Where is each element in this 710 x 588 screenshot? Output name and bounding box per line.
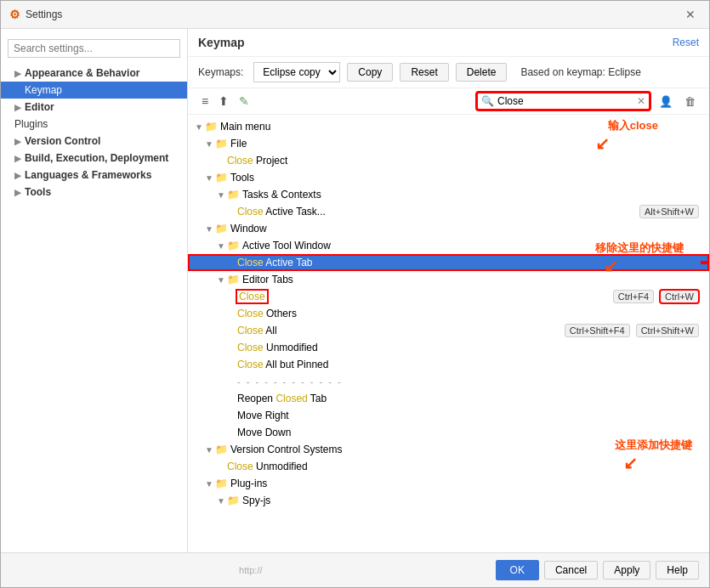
reset-link[interactable]: Reset	[673, 37, 699, 48]
sidebar-item-label: Build, Execution, Deployment	[25, 152, 168, 164]
folder-icon: 📁	[205, 121, 218, 133]
separator: - - - - - - - - - - - -	[237, 376, 343, 387]
tree-row[interactable]: Move Down	[188, 424, 709, 441]
tree-label: Editor Tabs	[242, 274, 293, 286]
folder-icon: 📁	[227, 495, 240, 506]
ok-button[interactable]: OK	[496, 560, 539, 580]
tree-label: File	[230, 138, 247, 150]
tree-label: Reopen Closed Tab	[237, 393, 327, 404]
tree-row[interactable]: ▼ 📁 Main menu	[188, 118, 709, 135]
tree-label: Main menu	[220, 121, 270, 133]
collapse-all-icon[interactable]: ⬆	[215, 93, 232, 110]
sidebar-item-label: Editor	[25, 101, 54, 113]
tree-row[interactable]: Close Active Task... Alt+Shift+W	[188, 203, 709, 220]
sidebar-item-label: Keymap	[25, 84, 62, 96]
tree-row[interactable]: ▼ 📁 Plug-ins	[188, 475, 709, 492]
sidebar-search-box[interactable]	[8, 39, 180, 58]
bottom-bar: http:// OK Cancel Apply Help	[1, 552, 709, 587]
main-panel: Keymap Reset Keymaps: Eclipse copy Copy …	[188, 29, 709, 552]
arrow-icon: ▼	[205, 139, 215, 149]
folder-icon: 📁	[215, 138, 228, 150]
sidebar-item-tools[interactable]: ▶ Tools	[1, 184, 187, 201]
sidebar-item-label: Plugins	[14, 118, 48, 130]
shortcut-badges: Alt+Shift+W	[639, 205, 709, 218]
tree-row[interactable]: ▼ 📁 Version Control Systems	[188, 441, 709, 458]
settings-window: ⚙ Settings ✕ ▶ Appearance & Behavior Key…	[0, 0, 710, 588]
sidebar-item-editor[interactable]: ▶ Editor	[1, 99, 187, 116]
tree-label: Close Unmodified	[237, 342, 318, 353]
sidebar-item-plugins[interactable]: Plugins	[1, 116, 187, 133]
tree-row[interactable]: ▼ 📁 Tools	[188, 169, 709, 186]
delete-button[interactable]: Delete	[456, 63, 508, 82]
arrow-icon: ▶	[14, 103, 21, 112]
toolbar-search-row: ≡ ⬆ ✎ 🔍 ✕ 👤 🗑	[188, 88, 709, 115]
folder-icon: 📁	[215, 223, 228, 235]
tree-row[interactable]: Close Unmodified	[188, 339, 709, 356]
watermark: http://	[11, 565, 491, 575]
tree-row[interactable]: ▼ 📁 Editor Tabs	[188, 271, 709, 288]
tree-row[interactable]: ▼ 📁 Spy-js	[188, 492, 709, 509]
keymaps-label: Keymaps:	[198, 66, 243, 78]
trash-icon[interactable]: 🗑	[681, 93, 699, 110]
tree-label: Move Right	[237, 410, 289, 421]
tree-label: Move Down	[237, 427, 291, 438]
tree-highlight: Close	[227, 155, 253, 167]
window-title: Settings	[26, 8, 62, 20]
copy-button[interactable]: Copy	[347, 63, 393, 82]
shortcut-badges: Ctrl+Shift+F4 Ctrl+Shift+W	[565, 324, 709, 337]
tree-row[interactable]: ▼ 📁 Active Tool Window	[188, 237, 709, 254]
sidebar-search-input[interactable]	[8, 39, 180, 58]
reset-button[interactable]: Reset	[400, 63, 448, 82]
arrow-icon: ▼	[217, 190, 227, 200]
tree-row[interactable]: Reopen Closed Tab	[188, 390, 709, 407]
tree-row[interactable]: Close Project	[188, 152, 709, 169]
title-bar-left: ⚙ Settings	[9, 8, 62, 21]
arrow-icon: ▼	[205, 445, 215, 455]
tree-row[interactable]: ▼ 📁 Tasks & Contexts	[188, 186, 709, 203]
user-icon[interactable]: 👤	[656, 93, 676, 110]
shortcut-badge: Alt+Shift+W	[639, 205, 699, 218]
sidebar: ▶ Appearance & Behavior Keymap ▶ Editor …	[1, 29, 188, 552]
tree-row[interactable]: Close Others	[188, 305, 709, 322]
expand-all-icon[interactable]: ≡	[198, 93, 212, 110]
tree-row[interactable]: Close All but Pinned	[188, 356, 709, 373]
tree-area: ▼ 📁 Main menu ▼ 📁 File Close Project ▼	[188, 115, 709, 552]
tree-row[interactable]: ▼ 📁 Window	[188, 220, 709, 237]
sidebar-item-build[interactable]: ▶ Build, Execution, Deployment	[1, 150, 187, 167]
tree-label: Close Others	[237, 308, 297, 319]
tree-row-close[interactable]: Close Ctrl+F4 Ctrl+W	[188, 288, 709, 305]
sidebar-item-version-control[interactable]: ▶ Version Control	[1, 133, 187, 150]
keymap-title: Keymap	[198, 36, 244, 49]
tree-row[interactable]: Move Right	[188, 407, 709, 424]
tree-row[interactable]: Close All Ctrl+Shift+F4 Ctrl+Shift+W	[188, 322, 709, 339]
edit-icon[interactable]: ✎	[236, 93, 253, 110]
help-button[interactable]: Help	[656, 561, 699, 580]
folder-icon: 📁	[215, 478, 228, 489]
arrow-icon: ▶	[14, 154, 21, 163]
close-window-button[interactable]: ✕	[680, 6, 701, 23]
keymap-select[interactable]: Eclipse copy	[253, 62, 340, 82]
tree-row[interactable]: ▼ 📁 File	[188, 135, 709, 152]
tree-label: Close Active Tab	[237, 257, 313, 269]
tree-label: Tools	[230, 172, 254, 184]
apply-button[interactable]: Apply	[603, 561, 650, 580]
sidebar-item-keymap[interactable]: Keymap	[1, 82, 187, 99]
search-clear-icon[interactable]: ✕	[637, 95, 645, 107]
tree-label: Project	[256, 155, 287, 167]
cancel-button[interactable]: Cancel	[544, 561, 598, 580]
tree-label: Close Unmodified	[227, 461, 308, 472]
shortcut-badge: Ctrl+Shift+F4	[565, 324, 630, 337]
sidebar-item-languages[interactable]: ▶ Languages & Frameworks	[1, 167, 187, 184]
keymap-select-wrap: Eclipse copy	[253, 62, 340, 82]
tree-label: Tasks & Contexts	[242, 189, 321, 201]
folder-icon: 📁	[227, 240, 240, 252]
tree-label: Close All but Pinned	[237, 359, 328, 370]
tree-label: Plug-ins	[230, 478, 267, 489]
tree-row-close-active-tab[interactable]: Close Active Tab	[188, 254, 709, 271]
keymap-controls: Keymaps: Eclipse copy Copy Reset Delete …	[188, 57, 709, 88]
tree-label: Active Tool Window	[242, 240, 331, 252]
search-input[interactable]	[497, 95, 633, 107]
sidebar-item-appearance[interactable]: ▶ Appearance & Behavior	[1, 65, 187, 82]
tree-row[interactable]: Close Unmodified	[188, 458, 709, 475]
arrow-icon: ▼	[205, 479, 215, 489]
